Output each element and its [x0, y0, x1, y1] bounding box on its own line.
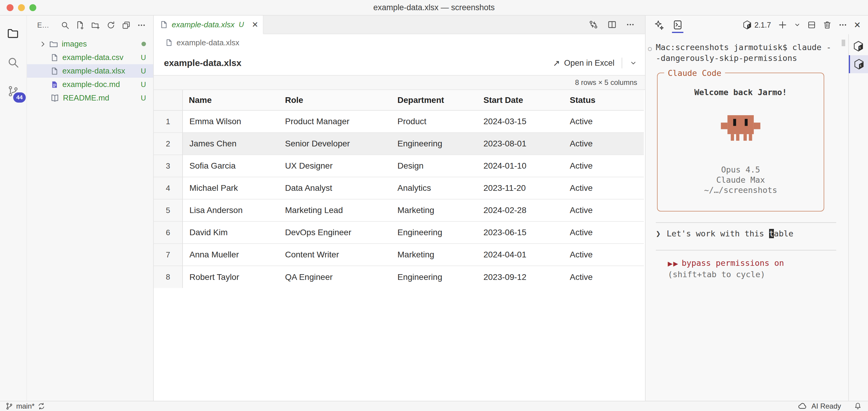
close-tab-icon[interactable]: ✕ [252, 20, 258, 29]
tree-item-example-doc-md[interactable]: example-doc.md U [27, 78, 153, 91]
open-changes-icon[interactable] [589, 20, 598, 29]
column-header[interactable]: Status [564, 90, 644, 110]
tab-label: example-data.xlsx [172, 20, 235, 29]
terminal-panel: $ 2.1.7 [645, 16, 868, 401]
new-folder-icon[interactable] [91, 21, 100, 30]
table-row[interactable]: 5 Lisa Anderson Marketing Lead Marketing… [154, 199, 644, 222]
traffic-lights [7, 0, 36, 15]
open-in-excel-button[interactable]: ↗ Open in Excel [553, 58, 637, 68]
terminal-dropdown-icon[interactable] [794, 22, 801, 28]
terminal-session-claude-1[interactable]: $ [849, 37, 868, 55]
table-row[interactable]: 3 Sofia Garcia UX Designer Design 2024-0… [154, 155, 644, 177]
terminal-tabs-list: $ $ [848, 34, 868, 401]
split-terminal-icon[interactable] [807, 21, 816, 29]
table-row[interactable]: 8 Robert Taylor QA Engineer Engineering … [154, 266, 644, 288]
open-external-icon: ↗ [553, 58, 560, 68]
explorer-search-icon[interactable] [61, 21, 69, 30]
bell-icon[interactable] [854, 402, 862, 410]
kill-terminal-icon[interactable] [823, 21, 832, 29]
breadcrumb[interactable]: example-data.xlsx [154, 34, 645, 51]
activity-search[interactable] [4, 53, 22, 71]
explorer-sidebar: E… [27, 16, 154, 401]
new-file-icon[interactable] [76, 21, 85, 30]
folder-icon [49, 39, 58, 49]
tree-item-readme-md[interactable]: README.md U [27, 91, 153, 105]
close-panel-icon[interactable]: ✕ [854, 20, 861, 30]
file-icon [50, 53, 59, 62]
tab-git-decoration: U [239, 21, 244, 29]
search-icon [7, 56, 20, 69]
claude-code-box: Claude Code Welcome back Jarmo! [657, 72, 824, 211]
terminal-session-claude-2[interactable]: $ [849, 55, 868, 73]
branch-status-item[interactable]: main* [5, 402, 45, 410]
terminal-tab-icon[interactable] [672, 17, 683, 33]
ai-ready-status[interactable]: AI Ready [811, 402, 841, 410]
tree-item-label: example-data.csv [62, 53, 123, 62]
column-header[interactable]: Name [183, 90, 279, 110]
editor-more-actions-icon[interactable] [626, 20, 635, 29]
tree-item-label: example-doc.md [62, 80, 120, 89]
activity-source-control[interactable]: 44 [4, 82, 22, 100]
table-dimensions: 8 rows × 5 columns [575, 78, 637, 87]
terminal-line: -dangerously-skip-permissions [656, 53, 836, 64]
scm-count-badge: 44 [13, 92, 26, 102]
tab-example-data-xlsx[interactable]: example-data.xlsx U ✕ [154, 16, 264, 34]
column-header[interactable]: Start Date [477, 90, 564, 110]
activity-explorer[interactable] [4, 25, 22, 42]
panel-more-actions-icon[interactable] [838, 21, 847, 29]
split-editor-icon[interactable] [607, 20, 617, 29]
claude-code-box-title: Claude Code [664, 68, 725, 79]
text-cursor: t [769, 229, 774, 238]
branch-name: main* [16, 402, 34, 410]
cloud-icon [798, 402, 807, 411]
data-table: Name Role Department Start Date Status 1… [154, 90, 644, 288]
column-header[interactable]: Role [279, 90, 392, 110]
table-row[interactable]: 7 Anna Mueller Content Writer Marketing … [154, 244, 644, 266]
refresh-icon[interactable] [106, 21, 115, 30]
table-row[interactable]: 2 James Chen Senior Developer Engineerin… [154, 133, 644, 155]
table-row[interactable]: 4 Michael Park Data Analyst Analytics 20… [154, 177, 644, 199]
scrollbar-thumb[interactable] [842, 39, 845, 46]
column-header[interactable]: Department [392, 90, 477, 110]
table-row[interactable]: 6 David Kim DevOps Engineer Engineering … [154, 222, 644, 244]
input-separator [656, 222, 836, 223]
table-header-row: Name Role Department Start Date Status [154, 90, 644, 110]
tree-item-images[interactable]: images [27, 37, 153, 51]
chevron-down-icon[interactable] [629, 59, 637, 67]
untracked-dot-badge [142, 42, 146, 46]
new-terminal-icon[interactable] [778, 20, 787, 30]
bypass-hint: (shift+tab to cycle) [656, 269, 836, 280]
model-name: Opus 4.5 [658, 165, 824, 175]
file-icon [160, 21, 168, 29]
close-window-button[interactable] [7, 4, 13, 11]
activity-bar: 44 [0, 16, 27, 401]
tree-item-example-data-csv[interactable]: example-data.csv U [27, 51, 153, 64]
zoom-window-button[interactable] [29, 4, 36, 11]
bypass-arrows-icon: ▶▶ [668, 260, 679, 267]
more-actions-icon[interactable] [137, 21, 146, 30]
bypass-permissions-status[interactable]: ▶▶bypass permissions on [656, 258, 836, 269]
chevron-right-icon [39, 40, 47, 48]
explorer-title: E… [37, 21, 49, 29]
status-bar: main* AI Ready [0, 401, 868, 411]
editor-group: example-data.xlsx U ✕ [154, 16, 645, 401]
window-title: example-data.xlsx — screenshots [373, 3, 495, 12]
claude-input-line[interactable]: ❯ Let's work with this table [656, 228, 836, 239]
table-row[interactable]: 1 Emma Wilson Product Manager Product 20… [154, 110, 644, 133]
tab-bar: example-data.xlsx U ✕ [154, 16, 645, 34]
collapse-all-icon[interactable] [122, 21, 131, 30]
git-branch-icon [5, 402, 13, 410]
vscode-window: example-data.xlsx — screenshots 44 [0, 0, 868, 411]
markdown-file-icon [50, 80, 59, 89]
tree-item-example-data-xlsx[interactable]: example-data.xlsx U [27, 64, 153, 78]
minimize-window-button[interactable] [18, 4, 25, 11]
book-icon [50, 94, 59, 102]
sync-icon[interactable] [37, 402, 45, 410]
welcome-message: Welcome back Jarmo! [658, 87, 824, 98]
claude-hexagon-icon: $ [742, 20, 752, 30]
sparkle-ai-icon[interactable] [654, 20, 664, 30]
file-icon [50, 67, 59, 75]
titlebar: example-data.xlsx — screenshots [0, 0, 868, 16]
breadcrumb-item[interactable]: example-data.xlsx [177, 38, 240, 48]
terminal-output[interactable]: ○ Mac:screenshots jarmotuisk$ claude - -… [646, 34, 848, 401]
